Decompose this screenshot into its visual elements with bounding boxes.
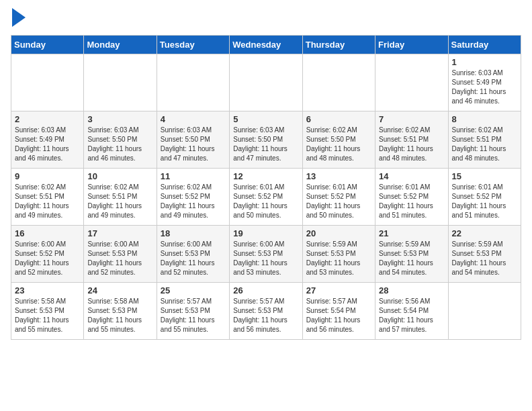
- calendar-cell: 9Sunrise: 6:02 AM Sunset: 5:51 PM Daylig…: [11, 169, 84, 226]
- day-number: 12: [233, 171, 298, 181]
- calendar-cell: 11Sunrise: 6:02 AM Sunset: 5:52 PM Dayli…: [157, 169, 229, 226]
- calendar-cell: 25Sunrise: 5:57 AM Sunset: 5:53 PM Dayli…: [157, 283, 229, 340]
- calendar-cell: [84, 54, 157, 111]
- day-info: Sunrise: 6:03 AM Sunset: 5:50 PM Dayligh…: [161, 126, 226, 163]
- day-number: 9: [15, 171, 80, 181]
- day-info: Sunrise: 6:02 AM Sunset: 5:51 PM Dayligh…: [379, 126, 444, 163]
- day-number: 22: [452, 228, 517, 238]
- day-number: 10: [87, 171, 152, 181]
- day-number: 27: [306, 285, 371, 295]
- day-info: Sunrise: 5:57 AM Sunset: 5:53 PM Dayligh…: [161, 297, 226, 334]
- calendar-week-row: 9Sunrise: 6:02 AM Sunset: 5:51 PM Daylig…: [11, 169, 521, 226]
- day-info: Sunrise: 6:02 AM Sunset: 5:52 PM Dayligh…: [161, 183, 226, 220]
- day-info: Sunrise: 6:01 AM Sunset: 5:52 PM Dayligh…: [379, 183, 444, 220]
- day-info: Sunrise: 5:58 AM Sunset: 5:53 PM Dayligh…: [15, 297, 80, 334]
- day-number: 26: [233, 285, 298, 295]
- calendar-week-row: 1Sunrise: 6:03 AM Sunset: 5:49 PM Daylig…: [11, 54, 521, 111]
- day-number: 5: [233, 114, 298, 124]
- calendar-week-row: 2Sunrise: 6:03 AM Sunset: 5:49 PM Daylig…: [11, 111, 521, 169]
- day-number: 25: [161, 285, 226, 295]
- logo-icon: [12, 8, 26, 27]
- day-info: Sunrise: 6:00 AM Sunset: 5:53 PM Dayligh…: [233, 240, 298, 277]
- day-info: Sunrise: 5:59 AM Sunset: 5:53 PM Dayligh…: [452, 240, 517, 277]
- calendar-cell: 22Sunrise: 5:59 AM Sunset: 5:53 PM Dayli…: [448, 226, 521, 283]
- day-number: 7: [379, 114, 444, 124]
- day-number: 24: [87, 285, 152, 295]
- calendar-cell: [448, 283, 521, 340]
- calendar-cell: 4Sunrise: 6:03 AM Sunset: 5:50 PM Daylig…: [157, 111, 229, 169]
- day-number: 19: [233, 228, 298, 238]
- day-number: 16: [15, 228, 80, 238]
- calendar-table: SundayMondayTuesdayWednesdayThursdayFrid…: [11, 35, 521, 340]
- day-info: Sunrise: 5:56 AM Sunset: 5:54 PM Dayligh…: [379, 297, 444, 334]
- calendar-cell: 21Sunrise: 5:59 AM Sunset: 5:53 PM Dayli…: [375, 226, 448, 283]
- calendar-cell: [157, 54, 229, 111]
- day-info: Sunrise: 6:03 AM Sunset: 5:50 PM Dayligh…: [233, 126, 298, 163]
- column-header-friday: Friday: [375, 36, 448, 54]
- day-number: 21: [379, 228, 444, 238]
- day-info: Sunrise: 6:03 AM Sunset: 5:49 PM Dayligh…: [15, 126, 80, 163]
- day-info: Sunrise: 6:02 AM Sunset: 5:51 PM Dayligh…: [452, 126, 517, 163]
- day-info: Sunrise: 5:57 AM Sunset: 5:54 PM Dayligh…: [306, 297, 371, 334]
- calendar-header-row: SundayMondayTuesdayWednesdayThursdayFrid…: [11, 36, 521, 54]
- day-number: 20: [306, 228, 371, 238]
- calendar-week-row: 16Sunrise: 6:00 AM Sunset: 5:52 PM Dayli…: [11, 226, 521, 283]
- day-info: Sunrise: 5:59 AM Sunset: 5:53 PM Dayligh…: [379, 240, 444, 277]
- logo: [11, 11, 26, 27]
- calendar-cell: 27Sunrise: 5:57 AM Sunset: 5:54 PM Dayli…: [302, 283, 375, 340]
- day-number: 18: [161, 228, 226, 238]
- day-info: Sunrise: 6:00 AM Sunset: 5:52 PM Dayligh…: [15, 240, 80, 277]
- day-info: Sunrise: 6:01 AM Sunset: 5:52 PM Dayligh…: [306, 183, 371, 220]
- calendar-cell: 3Sunrise: 6:03 AM Sunset: 5:50 PM Daylig…: [84, 111, 157, 169]
- calendar-cell: 17Sunrise: 6:00 AM Sunset: 5:53 PM Dayli…: [84, 226, 157, 283]
- calendar-cell: 28Sunrise: 5:56 AM Sunset: 5:54 PM Dayli…: [375, 283, 448, 340]
- day-number: 13: [306, 171, 371, 181]
- calendar-cell: [375, 54, 448, 111]
- calendar-cell: 12Sunrise: 6:01 AM Sunset: 5:52 PM Dayli…: [230, 169, 302, 226]
- calendar-cell: [230, 54, 302, 111]
- calendar-cell: 7Sunrise: 6:02 AM Sunset: 5:51 PM Daylig…: [375, 111, 448, 169]
- day-number: 8: [452, 114, 517, 124]
- svg-marker-0: [12, 8, 26, 27]
- calendar-cell: 24Sunrise: 5:58 AM Sunset: 5:53 PM Dayli…: [84, 283, 157, 340]
- column-header-thursday: Thursday: [302, 36, 375, 54]
- calendar-cell: 26Sunrise: 5:57 AM Sunset: 5:53 PM Dayli…: [230, 283, 302, 340]
- day-number: 6: [306, 114, 371, 124]
- day-info: Sunrise: 6:03 AM Sunset: 5:49 PM Dayligh…: [452, 68, 517, 106]
- day-number: 28: [379, 285, 444, 295]
- day-number: 23: [15, 285, 80, 295]
- day-number: 15: [452, 171, 517, 181]
- calendar-week-row: 23Sunrise: 5:58 AM Sunset: 5:53 PM Dayli…: [11, 283, 521, 340]
- day-info: Sunrise: 6:02 AM Sunset: 5:50 PM Dayligh…: [306, 126, 371, 163]
- calendar-cell: 20Sunrise: 5:59 AM Sunset: 5:53 PM Dayli…: [302, 226, 375, 283]
- day-info: Sunrise: 6:01 AM Sunset: 5:52 PM Dayligh…: [452, 183, 517, 220]
- column-header-wednesday: Wednesday: [230, 36, 302, 54]
- calendar-cell: 16Sunrise: 6:00 AM Sunset: 5:52 PM Dayli…: [11, 226, 84, 283]
- calendar-cell: 23Sunrise: 5:58 AM Sunset: 5:53 PM Dayli…: [11, 283, 84, 340]
- day-number: 3: [87, 114, 152, 124]
- calendar-cell: 8Sunrise: 6:02 AM Sunset: 5:51 PM Daylig…: [448, 111, 521, 169]
- calendar-cell: 19Sunrise: 6:00 AM Sunset: 5:53 PM Dayli…: [230, 226, 302, 283]
- column-header-monday: Monday: [84, 36, 157, 54]
- day-number: 17: [87, 228, 152, 238]
- day-number: 1: [452, 57, 517, 67]
- day-info: Sunrise: 6:00 AM Sunset: 5:53 PM Dayligh…: [87, 240, 152, 277]
- calendar-cell: 10Sunrise: 6:02 AM Sunset: 5:51 PM Dayli…: [84, 169, 157, 226]
- calendar-cell: 6Sunrise: 6:02 AM Sunset: 5:50 PM Daylig…: [302, 111, 375, 169]
- day-info: Sunrise: 5:59 AM Sunset: 5:53 PM Dayligh…: [306, 240, 371, 277]
- day-info: Sunrise: 6:01 AM Sunset: 5:52 PM Dayligh…: [233, 183, 298, 220]
- column-header-tuesday: Tuesday: [157, 36, 229, 54]
- day-number: 11: [161, 171, 226, 181]
- day-info: Sunrise: 5:57 AM Sunset: 5:53 PM Dayligh…: [233, 297, 298, 334]
- page-header: [11, 11, 521, 27]
- calendar-cell: 15Sunrise: 6:01 AM Sunset: 5:52 PM Dayli…: [448, 169, 521, 226]
- calendar-cell: [302, 54, 375, 111]
- calendar-cell: 18Sunrise: 6:00 AM Sunset: 5:53 PM Dayli…: [157, 226, 229, 283]
- column-header-sunday: Sunday: [11, 36, 84, 54]
- calendar-cell: [11, 54, 84, 111]
- day-info: Sunrise: 5:58 AM Sunset: 5:53 PM Dayligh…: [87, 297, 152, 334]
- day-number: 2: [15, 114, 80, 124]
- column-header-saturday: Saturday: [448, 36, 521, 54]
- calendar-cell: 1Sunrise: 6:03 AM Sunset: 5:49 PM Daylig…: [448, 54, 521, 111]
- day-info: Sunrise: 6:03 AM Sunset: 5:50 PM Dayligh…: [87, 126, 152, 163]
